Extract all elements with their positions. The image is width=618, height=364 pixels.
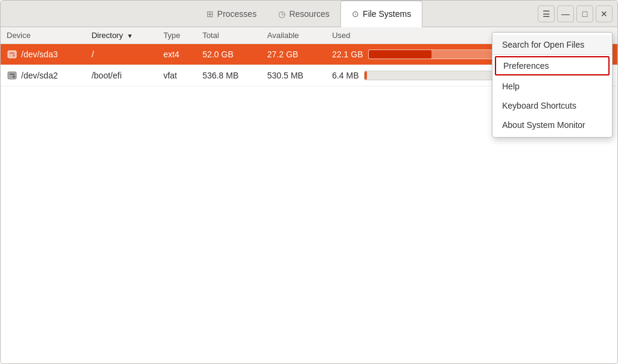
menu-item-keyboard-shortcuts[interactable]: Keyboard Shortcuts — [492, 96, 612, 115]
tab-processes-label: Processes — [217, 9, 256, 19]
sort-arrow-icon: ▼ — [127, 33, 133, 39]
hamburger-button[interactable]: ☰ — [538, 5, 555, 22]
content-area: Device Directory ▼ Type Total Available — [1, 27, 617, 363]
filesystems-icon: ⊙ — [352, 9, 359, 19]
cell-total: 536.8 MB — [196, 65, 261, 86]
cell-total: 52.0 GB — [196, 44, 261, 65]
main-window: ⊞ Processes ◷ Resources ⊙ File Systems ☰… — [0, 0, 618, 364]
maximize-icon: □ — [582, 9, 587, 19]
processes-icon: ⊞ — [206, 9, 214, 19]
svg-rect-0 — [8, 51, 16, 58]
minimize-button[interactable]: — — [557, 5, 574, 22]
cell-available: 27.2 GB — [261, 44, 326, 65]
titlebar: ⊞ Processes ◷ Resources ⊙ File Systems ☰… — [1, 1, 617, 27]
cell-available: 530.5 MB — [261, 65, 326, 86]
tab-processes[interactable]: ⊞ Processes — [196, 1, 267, 27]
cell-type: vfat — [158, 65, 197, 86]
menu-item-about[interactable]: About System Monitor — [492, 115, 612, 135]
minimize-icon: — — [561, 9, 570, 19]
menu-item-search-open-files[interactable]: Search for Open Files — [492, 35, 612, 55]
progress-bar-bg — [368, 49, 513, 59]
cell-directory: /boot/efi — [86, 65, 158, 86]
cell-device: /dev/sda2 — [1, 65, 86, 86]
close-icon: ✕ — [600, 9, 608, 19]
tab-resources[interactable]: ◷ Resources — [267, 1, 340, 27]
maximize-button[interactable]: □ — [576, 5, 593, 22]
col-header-directory[interactable]: Directory ▼ — [86, 27, 158, 44]
svg-rect-3 — [8, 72, 16, 79]
tab-bar: ⊞ Processes ◷ Resources ⊙ File Systems — [5, 1, 613, 27]
col-header-type[interactable]: Type — [158, 27, 197, 44]
disk-icon — [7, 70, 18, 81]
svg-point-5 — [13, 75, 15, 78]
close-button[interactable]: ✕ — [596, 5, 613, 22]
menu-item-help[interactable]: Help — [492, 77, 612, 96]
menu-item-preferences[interactable]: Preferences — [495, 56, 610, 75]
resources-icon: ◷ — [278, 9, 285, 19]
cell-directory: / — [86, 44, 158, 65]
tab-filesystems-label: File Systems — [363, 9, 411, 19]
disk-icon — [7, 49, 18, 60]
cell-device: /dev/sda3 — [1, 44, 86, 65]
col-header-total[interactable]: Total — [196, 27, 261, 44]
progress-bar-fill — [365, 71, 368, 80]
progress-bar-fill — [369, 50, 432, 59]
dropdown-menu: Search for Open Files Preferences Help K… — [492, 32, 613, 138]
svg-point-2 — [13, 54, 15, 57]
window-controls: ☰ — □ ✕ — [538, 5, 613, 22]
col-header-device[interactable]: Device — [1, 27, 86, 44]
tab-filesystems[interactable]: ⊙ File Systems — [340, 1, 422, 27]
hamburger-icon: ☰ — [543, 9, 550, 19]
col-header-available[interactable]: Available — [261, 27, 326, 44]
svg-rect-1 — [10, 53, 14, 54]
tab-resources-label: Resources — [289, 9, 330, 19]
svg-rect-4 — [10, 74, 14, 75]
cell-type: ext4 — [158, 44, 197, 65]
progress-bar-bg — [364, 71, 509, 80]
